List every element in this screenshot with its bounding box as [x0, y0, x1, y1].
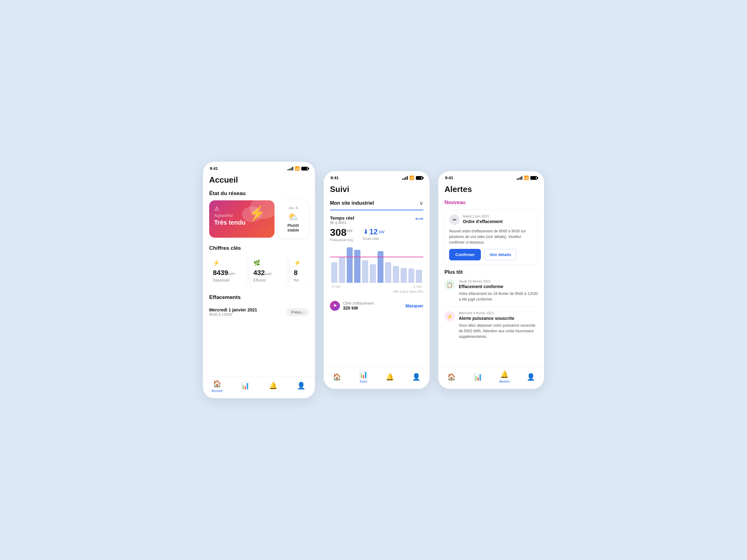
site-dropdown[interactable]: Mon site industriel ∨: [330, 200, 423, 210]
power-value: 308kW: [330, 228, 354, 237]
time-3: 9:41: [445, 176, 453, 180]
screens-container: 9:41 📶 Accueil État du réseau: [203, 159, 544, 401]
lightning-fig-icon: ⚡: [213, 260, 243, 266]
bell-icon-active: 🔔: [500, 371, 509, 379]
time-2: 9:41: [331, 176, 339, 180]
nav-suivi-3[interactable]: 📊: [465, 373, 491, 381]
depenses-label: Dépensés: [213, 278, 243, 283]
realtime-header: Temps réel 9h à 9h01 ⟺: [330, 215, 423, 225]
time-1: 9:41: [210, 166, 218, 171]
suivi-content: Suivi Mon site industriel ∨ Temps réel 9…: [324, 182, 430, 367]
depenses-value: 8439kwH: [213, 269, 243, 277]
chart-label-left: -5 min: [331, 285, 341, 288]
home-icon-2: 🏠: [333, 373, 341, 381]
prevu-badge[interactable]: Prévu ›: [287, 308, 309, 316]
nouveau-label: Nouveau: [444, 200, 538, 205]
nav-profile-2[interactable]: 👤: [403, 373, 430, 381]
phone-accueil: 9:41 📶 Accueil État du réseau: [203, 162, 315, 398]
wifi-icon-3: 📶: [524, 176, 529, 180]
nav-suivi-active[interactable]: 📊 Suivi: [350, 371, 377, 383]
alert3-title: Alerte puissance souscrite: [459, 316, 538, 321]
bar-4: [354, 250, 360, 283]
alert2-date: Jeudi 15 février 2021: [459, 279, 538, 283]
chart-labels: -5 min -1 min: [330, 285, 423, 288]
chart-icon-active: 📊: [359, 371, 367, 379]
phone-suivi: 9:41 📶 Suivi Mon site industriel ∨: [324, 171, 430, 389]
nav-accueil[interactable]: 🏠 Accueil: [203, 380, 231, 393]
alert1-date: Mardi 2 juin 2021: [463, 214, 503, 218]
nav-profile-3[interactable]: 👤: [518, 373, 544, 381]
signal-icon-1: [288, 167, 293, 170]
effacements-section-title: Effacements: [209, 294, 309, 300]
nav-suivi-1[interactable]: 📊: [231, 382, 259, 391]
chart-target-line: [330, 257, 423, 257]
secondary-day: Jeu. 6: [288, 206, 298, 210]
wifi-icon-1: 📶: [295, 166, 300, 171]
effacement-date-info: Mercredi 1 janvier 2021 8h30 à 12h00: [209, 308, 257, 317]
status-bar-1: 9:41 📶: [203, 162, 315, 173]
alert-card-1: ✂ Mardi 2 juin 2021 Ordre d'effacement N…: [444, 210, 538, 265]
wifi-icon-2: 📶: [409, 176, 414, 180]
network-main-card: ⚡ ⚠ Aujourd'hui Très tendu: [209, 201, 275, 238]
bar-10: [401, 268, 407, 283]
alert-row-2: 📋 Jeudi 15 février 2021 Effacement confo…: [444, 279, 538, 307]
bar-8: [385, 262, 391, 283]
bottom-nav-1: 🏠 Accueil 📊 🔔 👤: [203, 376, 315, 398]
cible-value: 320 kW: [343, 305, 374, 311]
ecart-value: 12: [369, 228, 378, 236]
nav-home-2[interactable]: 🏠: [324, 373, 350, 381]
nav-alertes-active[interactable]: 🔔 Alertes: [491, 371, 518, 383]
dropdown-arrow-icon: ∨: [419, 200, 423, 207]
accueil-content: Accueil État du réseau ⚡ ⚠ Aujourd'hui T…: [203, 173, 315, 376]
nav-alertes-1[interactable]: 🔔: [259, 382, 287, 391]
secondary-desc: Plutôt stable: [287, 223, 299, 232]
network-warning-icon: ⚠: [214, 205, 269, 212]
alert1-title: Ordre d'effacement: [463, 219, 503, 224]
nav-alertes-label: Alertes: [499, 379, 510, 383]
partial-label: Ré: [294, 278, 305, 283]
effaces-value: 432kwH: [253, 269, 283, 277]
cible-row: ⚑ Cible d'effacement 320 kW Masquer: [330, 298, 423, 314]
details-button[interactable]: Voir détails: [484, 249, 517, 260]
user-icon-3: 👤: [526, 373, 535, 381]
suivi-title: Suivi: [330, 185, 423, 194]
masquer-btn[interactable]: Masquer: [405, 303, 423, 308]
bar-5: [362, 260, 368, 283]
weather-icon: ⛅: [288, 212, 299, 222]
metric-power: 308kW Puissance moy.: [330, 228, 354, 242]
eff-time: 8h30 à 12h00: [209, 312, 257, 317]
cible-info: Cible d'effacement 320 kW: [343, 301, 374, 311]
signal-icon-3: [517, 176, 522, 180]
expand-icon[interactable]: ⟺: [415, 215, 423, 222]
bar-12: [416, 270, 422, 283]
effaces-label: Effacés: [253, 278, 283, 283]
status-icons-3: 📶: [517, 176, 537, 180]
nav-accueil-label: Accueil: [211, 389, 222, 393]
alert2-title: Effacement conforme: [459, 284, 538, 289]
network-card: ⚡ ⚠ Aujourd'hui Très tendu Jeu. 6 ⛅ Plut…: [209, 201, 309, 238]
realtime-section: Temps réel 9h à 9h01 ⟺ 308kW Puissance m…: [330, 215, 423, 293]
alert1-buttons: Confirmer Voir détails: [449, 249, 533, 260]
home-icon-active: 🏠: [213, 380, 221, 388]
realtime-title: Temps réel: [330, 215, 354, 220]
bottom-nav-2: 🏠 📊 Suivi 🔔 👤: [324, 367, 430, 389]
bar-11: [408, 268, 415, 283]
bar-1: [331, 262, 337, 283]
signal-icon-2: [402, 176, 408, 180]
nav-alertes-2[interactable]: 🔔: [377, 373, 403, 381]
alert3-date: Mercredi 4 février 2021: [459, 311, 538, 315]
alert-icon-3: ⚡: [444, 311, 455, 322]
status-icons-2: 📶: [402, 176, 423, 180]
chart-icon-3: 📊: [474, 373, 482, 381]
accueil-title: Accueil: [209, 175, 309, 185]
battery-icon-3: [531, 176, 537, 180]
nav-profile-1[interactable]: 👤: [287, 382, 315, 391]
user-icon-1: 👤: [297, 382, 305, 390]
confirm-button[interactable]: Confirmer: [449, 249, 481, 260]
user-icon-2: 👤: [412, 373, 420, 381]
nav-suivi-label: Suivi: [360, 379, 367, 383]
bottom-nav-3: 🏠 📊 🔔 Alertes 👤: [438, 367, 544, 389]
nav-home-3[interactable]: 🏠: [438, 373, 465, 381]
chart-label-right: -1 min: [412, 285, 422, 288]
cible-icon: ⚑: [330, 301, 340, 311]
